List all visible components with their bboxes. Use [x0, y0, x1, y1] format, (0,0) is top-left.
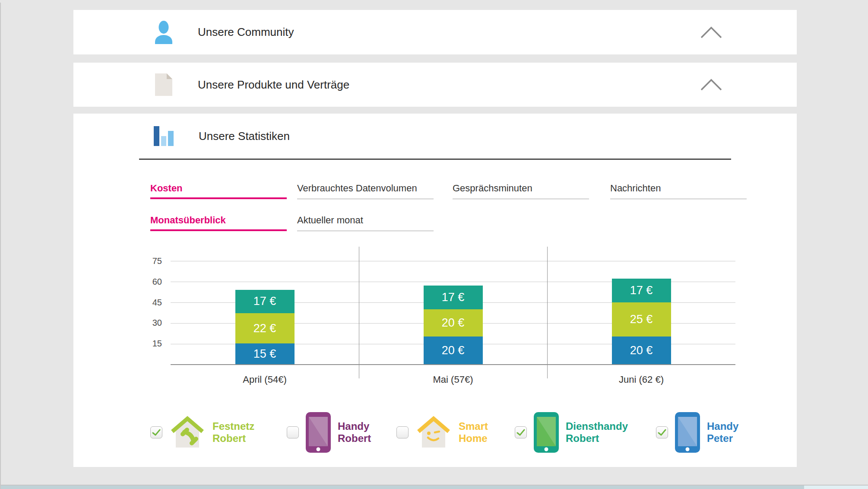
bar-segment-festnetz-robert: 22 €: [235, 313, 295, 343]
tab-underline: [297, 231, 434, 231]
legend-item-smart-home: Smart Home: [396, 411, 488, 454]
accordion-panel-products: Unsere Produkte und Verträge: [73, 63, 797, 107]
tab-underline: [453, 199, 589, 199]
y-axis-tick: 15: [135, 339, 162, 349]
smartphone-icon: [306, 412, 331, 453]
tab-aktueller-monat[interactable]: Aktueller monat: [297, 207, 434, 231]
stacked-bar-chart: 153045607515 €22 €17 €April (54€)20 €20 …: [171, 254, 735, 365]
panel-title-community: Unsere Community: [198, 25, 294, 39]
accordion-header-community[interactable]: Unsere Community: [73, 10, 797, 54]
bar-segment-diensthandy-robert: 17 €: [235, 290, 295, 313]
check-icon: [516, 429, 525, 436]
y-axis-tick: 60: [135, 277, 162, 287]
legend-label: Festnetz Robert: [212, 420, 254, 445]
month-label: Juni (62 €): [547, 374, 735, 385]
tab-label: Verbrauchtes Datenvolumen: [297, 183, 417, 194]
bar-segment-handy-peter: 20 €: [424, 337, 483, 364]
bar-segment-festnetz-robert: 20 €: [424, 309, 483, 337]
legend-item-festnetz-robert: Festnetz Robert: [150, 411, 254, 454]
bar-segment-festnetz-robert: 25 €: [612, 302, 671, 337]
tab-nachrichten[interactable]: Nachrichten: [610, 175, 747, 199]
check-icon: [152, 429, 161, 436]
bar-segment-handy-peter: 20 €: [612, 337, 671, 364]
smartphone-icon: [675, 412, 700, 453]
legend-item-handy-robert: Handy Robert: [287, 411, 371, 454]
tab-label: Nachrichten: [610, 183, 661, 194]
panel-title-products: Unsere Produkte und Verträge: [198, 78, 349, 92]
tab-monatsüberblick[interactable]: Monatsüberblick: [150, 207, 287, 231]
bar-segment-diensthandy-robert: 17 €: [612, 279, 671, 302]
y-axis-tick: 75: [135, 256, 162, 266]
y-axis-tick: 45: [135, 298, 162, 308]
tab-label: Gesprächsminuten: [453, 183, 532, 194]
legend-checkbox-smart-home[interactable]: [396, 426, 409, 438]
chevron-up-icon[interactable]: [700, 26, 722, 39]
statistics-panel: Unsere Statistiken KostenVerbrauchtes Da…: [73, 114, 797, 467]
bar-column-mai-57-: 20 €20 €17 €: [424, 286, 483, 364]
y-axis-tick: 30: [135, 318, 162, 328]
bar-column-juni-62-: 20 €25 €17 €: [612, 279, 671, 364]
month-label: Mai (57€): [359, 374, 547, 385]
legend-item-handy-peter: Handy Peter: [656, 411, 738, 454]
accordion-panel-community: Unsere Community: [73, 10, 797, 54]
legend-checkbox-festnetz-robert[interactable]: [150, 426, 162, 438]
person-icon: [154, 21, 174, 44]
tab-label: Aktueller monat: [297, 215, 363, 226]
legend-label: Diensthandy Robert: [566, 420, 628, 445]
tab-verbrauchtes-datenvolumen[interactable]: Verbrauchtes Datenvolumen: [297, 175, 434, 199]
section-divider: [359, 247, 359, 378]
legend-checkbox-handy-robert[interactable]: [287, 426, 299, 438]
legend-label: Handy Peter: [707, 420, 738, 445]
tab-gesprächsminuten[interactable]: Gesprächsminuten: [453, 175, 589, 199]
tab-underline: [297, 199, 434, 199]
legend-label: Handy Robert: [338, 420, 371, 445]
bar-segment-diensthandy-robert: 17 €: [424, 286, 483, 309]
tab-kosten[interactable]: Kosten: [150, 175, 287, 199]
tab-label: Kosten: [150, 183, 183, 194]
tab-underline: [150, 229, 287, 231]
house-phone-icon: [169, 416, 206, 449]
month-label: April (54€): [171, 374, 359, 385]
document-icon: [154, 73, 174, 97]
tab-label: Monatsüberblick: [150, 215, 226, 226]
section-divider: [547, 247, 548, 378]
gridline: [171, 261, 735, 261]
check-icon: [658, 429, 666, 436]
x-axis-baseline: [171, 364, 735, 365]
bar-segment-handy-peter: 15 €: [235, 343, 295, 364]
window-bottom-edge-corner: [804, 486, 868, 489]
tab-underline: [610, 199, 747, 199]
window-left-edge: [0, 3, 1, 489]
tab-underline: [150, 197, 287, 199]
bar-column-april-54-: 15 €22 €17 €: [235, 290, 295, 364]
accordion-header-products[interactable]: Unsere Produkte und Verträge: [73, 63, 797, 107]
legend-checkbox-handy-peter[interactable]: [656, 426, 668, 438]
legend-item-diensthandy-robert: Diensthandy Robert: [515, 411, 628, 454]
chevron-up-icon[interactable]: [700, 78, 722, 91]
window-bottom-edge: [1, 486, 804, 489]
smartphone-icon: [534, 412, 559, 453]
legend-label: Smart Home: [459, 420, 488, 445]
chart-legend: Festnetz RobertHandy RobertSmart HomeDie…: [73, 411, 797, 454]
house-smiley-icon: [415, 416, 452, 449]
legend-checkbox-diensthandy-robert[interactable]: [515, 426, 527, 438]
